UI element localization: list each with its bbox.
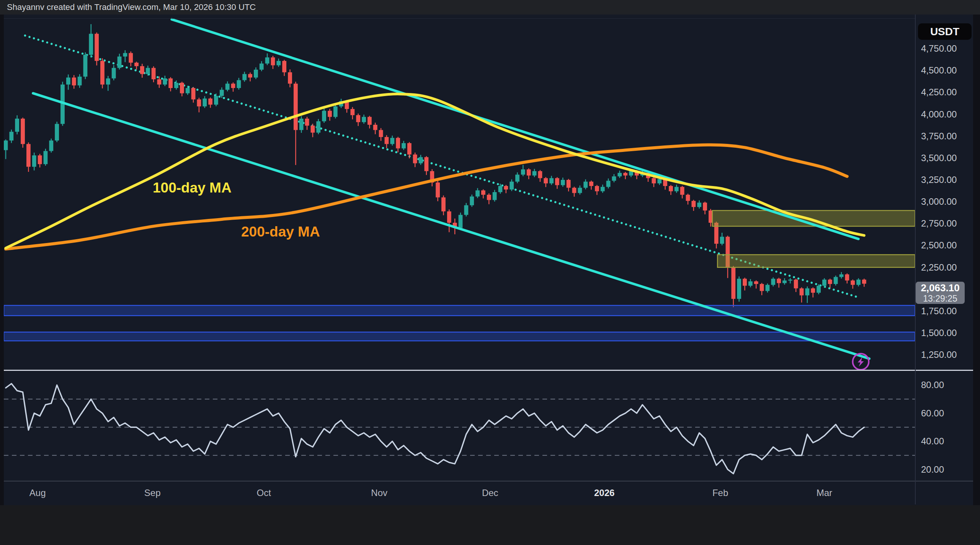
candle-body xyxy=(601,187,605,191)
resistance-zone-2 xyxy=(717,255,915,267)
candle-body xyxy=(146,68,150,74)
last-price-value: 2,063.10 xyxy=(921,282,959,294)
candle-body xyxy=(720,237,724,244)
candle-body xyxy=(66,78,70,85)
candle-body xyxy=(271,57,275,65)
time-tick-Aug: Aug xyxy=(29,488,46,498)
candle-body xyxy=(197,100,201,106)
last-price-label: 2,063.10 13:29:25 xyxy=(916,282,965,304)
candle-body xyxy=(612,176,616,181)
candle-body xyxy=(112,68,116,78)
candle-body xyxy=(595,186,599,191)
candle-body xyxy=(174,83,178,88)
ma200-label: 200-day MA xyxy=(241,224,320,240)
candle-body xyxy=(504,186,508,189)
ma100-label: 100-day MA xyxy=(153,180,232,196)
candle-body xyxy=(777,279,781,283)
candle-body xyxy=(254,70,258,78)
candle-body xyxy=(521,170,525,175)
candle-body xyxy=(555,178,559,185)
candle-body xyxy=(163,78,167,85)
candle-body xyxy=(459,215,463,228)
candle-body xyxy=(78,77,82,85)
candle-body xyxy=(487,195,491,200)
price-tick-2500: 2,500.00 xyxy=(921,240,957,251)
candle-body xyxy=(470,196,474,205)
price-pane xyxy=(4,20,915,359)
candle-body xyxy=(362,117,366,122)
quote-currency-badge: USDT xyxy=(918,23,972,40)
candle-body xyxy=(493,192,497,200)
candle-body xyxy=(498,186,503,192)
candle-body xyxy=(333,106,338,117)
candle-body xyxy=(475,190,480,196)
candle-body xyxy=(652,178,656,183)
candle-body xyxy=(288,72,292,84)
candle-body xyxy=(766,285,770,291)
support-zone-2 xyxy=(4,332,915,341)
candle-body xyxy=(436,183,440,197)
candle-body xyxy=(72,78,76,86)
candle-body xyxy=(157,79,162,85)
pane-separator[interactable] xyxy=(4,370,973,371)
candle-body xyxy=(828,280,832,284)
candle-body xyxy=(123,53,127,57)
rsi-tick-80: 80.00 xyxy=(921,380,944,390)
candle-body xyxy=(800,288,804,295)
candle-body xyxy=(748,281,753,286)
candle-body xyxy=(675,187,679,191)
chart-area[interactable] xyxy=(4,15,973,505)
candle-body xyxy=(834,277,838,284)
candle-body xyxy=(703,202,707,210)
candle-body xyxy=(811,288,815,292)
candle-body xyxy=(481,190,485,194)
candle-body xyxy=(817,286,821,293)
candle-body xyxy=(538,171,542,178)
footer-bar: TradingView xyxy=(0,505,980,545)
candle-body xyxy=(782,281,787,283)
price-tick-3000: 3,000.00 xyxy=(921,196,957,207)
candle-body xyxy=(9,132,13,140)
candle-body xyxy=(686,195,690,201)
candle-body xyxy=(276,61,281,65)
candle-body xyxy=(379,130,383,137)
candle-body xyxy=(617,173,622,176)
candle-body xyxy=(510,182,514,190)
candle-body xyxy=(527,170,531,176)
candle-body xyxy=(737,279,741,299)
candle-body xyxy=(425,157,429,171)
candle-body xyxy=(242,74,247,80)
candlestick-chart[interactable] xyxy=(4,15,973,505)
candle-body xyxy=(419,157,423,163)
candle-body xyxy=(100,61,105,85)
candle-body xyxy=(305,119,309,126)
price-tick-4000: 4,000.00 xyxy=(921,109,957,120)
candle-body xyxy=(248,74,252,77)
candle-body xyxy=(83,55,88,77)
candle-body xyxy=(208,98,212,104)
candle-body xyxy=(441,197,446,212)
candle-body xyxy=(220,90,224,96)
candle-body xyxy=(862,280,866,284)
candle-body xyxy=(464,205,468,215)
time-tick-Oct: Oct xyxy=(257,488,271,498)
price-tick-3500: 3,500.00 xyxy=(921,153,957,163)
candle-body xyxy=(532,171,537,175)
candle-body xyxy=(316,121,320,133)
candle-body xyxy=(788,280,792,281)
attribution-text: Shayannv created with TradingView.com, M… xyxy=(7,2,256,12)
candle-body xyxy=(282,61,286,72)
candle-body xyxy=(407,143,412,155)
rsi-pane xyxy=(4,383,915,473)
candle-body xyxy=(771,279,775,285)
rsi-tick-40: 40.00 xyxy=(921,436,944,447)
candle-body xyxy=(623,173,627,176)
candle-body xyxy=(589,182,593,186)
time-tick-Nov: Nov xyxy=(371,488,387,498)
candle-body xyxy=(515,175,519,181)
candle-body xyxy=(191,88,196,100)
candle-body xyxy=(447,211,451,223)
candle-body xyxy=(373,125,377,130)
candle-body xyxy=(55,124,59,140)
price-tick-4500: 4,500.00 xyxy=(921,65,957,76)
